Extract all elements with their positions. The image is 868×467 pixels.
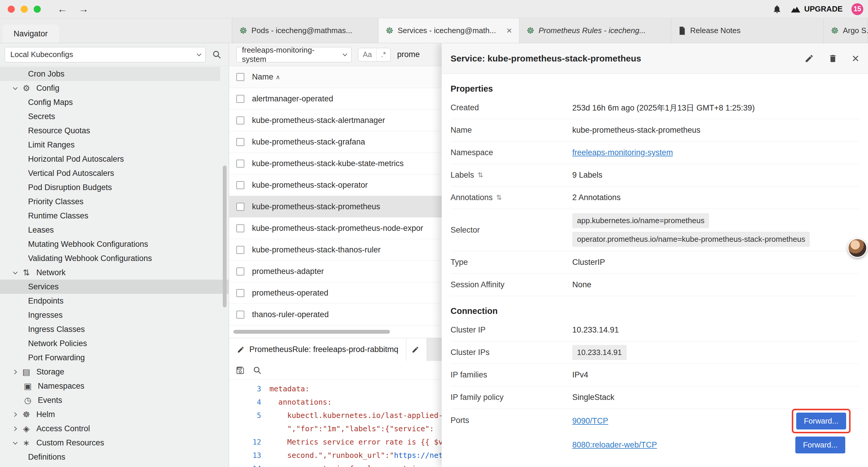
row-checkbox[interactable]	[236, 138, 244, 146]
notification-count-badge[interactable]: 15	[851, 3, 863, 15]
sidebar-item-secrets[interactable]: Secrets	[0, 109, 229, 123]
upgrade-button[interactable]: UPGRADE	[790, 4, 843, 13]
sidebar-item-validating-webhook-configurations[interactable]: Validating Webhook Configurations	[0, 251, 229, 265]
code-line: 5 kubectl.kubernetes.io/last-applied-co	[229, 409, 450, 422]
namespace-select[interactable]: freeleaps-monitoring-system	[236, 47, 351, 62]
row-checkbox[interactable]	[236, 203, 244, 211]
minimize-window-button[interactable]	[21, 6, 28, 13]
horizontal-scrollbar[interactable]	[234, 330, 390, 334]
table-row[interactable]: thanos-ruler-operated	[229, 304, 450, 325]
edit-pencil-icon[interactable]	[804, 54, 814, 63]
expand-collapse-icon[interactable]: ⇅	[496, 194, 502, 202]
editor-tab-next[interactable]	[406, 338, 427, 361]
sidebar-item-services[interactable]: Services	[0, 280, 229, 294]
sidebar-item-horizontal-pod-autoscalers[interactable]: Horizontal Pod Autoscalers	[0, 152, 229, 166]
expand-collapse-icon[interactable]: ⇅	[478, 171, 483, 179]
table-header: Name ∧	[229, 66, 450, 88]
port-link[interactable]: 9090/TCP	[572, 416, 608, 426]
select-all-checkbox[interactable]	[236, 73, 244, 81]
tab-prometheus-rules[interactable]: ☸ Prometheus Rules - icecheng...	[519, 18, 671, 43]
sidebar-item-mutating-webhook-configurations[interactable]: Mutating Webhook Configurations	[0, 237, 229, 251]
table-row[interactable]: prometheus-operated	[229, 282, 450, 304]
sidebar-item-pod-disruption-budgets[interactable]: Pod Disruption Budgets	[0, 180, 229, 195]
row-checkbox[interactable]	[236, 267, 244, 275]
sidebar-item-label: Helm	[36, 410, 55, 419]
delete-trash-icon[interactable]	[828, 54, 838, 63]
sidebar-item-network[interactable]: ⇅Network	[0, 265, 229, 280]
table-row[interactable]: kube-prometheus-stack-alertmanager	[229, 110, 450, 131]
sidebar-item-runtime-classes[interactable]: Runtime Classes	[0, 209, 229, 223]
sidebar-scrollbar[interactable]	[223, 166, 226, 308]
chevron-down-icon	[13, 269, 18, 274]
sidebar-item-config[interactable]: ⚙Config	[0, 81, 229, 95]
sidebar-item-ingress-classes[interactable]: Ingress Classes	[0, 322, 229, 337]
row-checkbox[interactable]	[236, 159, 244, 168]
namespace-link[interactable]: freeleaps-monitoring-system	[572, 148, 673, 157]
tab-services[interactable]: ☸ Services - icecheng@math... ×	[378, 18, 519, 43]
row-label: Ports	[451, 416, 572, 425]
close-tab-icon[interactable]: ×	[506, 25, 512, 36]
tab-pods[interactable]: ☸ Pods - icecheng@mathmas...	[232, 18, 378, 43]
table-row-selected[interactable]: kube-prometheus-stack-prometheus	[229, 196, 450, 217]
forward-button[interactable]: Forward...	[796, 413, 846, 430]
sidebar-item-definitions[interactable]: Definitions	[0, 450, 229, 464]
sidebar-item-label: Events	[38, 396, 62, 405]
sidebar-item-namespaces[interactable]: ▣Namespaces	[0, 379, 229, 393]
detail-row-namespace: Namespace freeleaps-monitoring-system	[451, 142, 859, 164]
row-checkbox[interactable]	[236, 181, 244, 189]
table-row[interactable]: kube-prometheus-stack-thanos-ruler	[229, 239, 450, 261]
sidebar-item-network-policies[interactable]: Network Policies	[0, 337, 229, 351]
zoom-window-button[interactable]	[34, 6, 41, 13]
close-drawer-icon[interactable]: ×	[852, 52, 859, 65]
sidebar-item-label: Custom Resources	[36, 438, 104, 447]
table-row[interactable]: kube-prometheus-stack-grafana	[229, 131, 450, 153]
sidebar-item-config-maps[interactable]: Config Maps	[0, 95, 229, 109]
sidebar-item-events[interactable]: ◷Events	[0, 393, 229, 407]
sidebar-item-storage[interactable]: ▤Storage	[0, 365, 229, 379]
annotations-count[interactable]: 2 Annotations	[572, 193, 859, 202]
tab-release-notes[interactable]: Release Notes	[671, 18, 824, 43]
editor-search-icon[interactable]	[253, 366, 262, 375]
sidebar-item-endpoints[interactable]: Endpoints	[0, 294, 229, 308]
kubeconfig-select[interactable]: Local Kubeconfigs	[5, 47, 206, 62]
tab-argo[interactable]: ☸ Argo S...	[824, 18, 868, 43]
row-checkbox[interactable]	[236, 289, 244, 297]
yaml-editor[interactable]: 3metadata: 4 annotations: 5 kubectl.kube…	[229, 380, 450, 467]
match-case-toggle[interactable]: Aa	[359, 48, 376, 61]
sidebar-item-vertical-pod-autoscalers[interactable]: Vertical Pod Autoscalers	[0, 166, 229, 180]
sidebar-item-leases[interactable]: Leases	[0, 223, 229, 237]
table-row[interactable]: alertmanager-operated	[229, 88, 450, 110]
regex-toggle[interactable]: .*	[376, 48, 391, 61]
table-row[interactable]: kube-prometheus-stack-operator	[229, 174, 450, 196]
forward-arrow-icon[interactable]: →	[79, 3, 89, 15]
sidebar-item-resource-quotas[interactable]: Resource Quotas	[0, 123, 229, 138]
row-checkbox[interactable]	[236, 224, 244, 232]
editor-tab-prometheusrule[interactable]: PrometheusRule: freeleaps-prod-rabbitmq	[229, 338, 406, 361]
save-icon[interactable]	[236, 366, 245, 375]
sidebar-item-limit-ranges[interactable]: Limit Ranges	[0, 138, 229, 152]
table-row[interactable]: prometheus-adapter	[229, 261, 450, 282]
sidebar-item-custom-resources[interactable]: ∗Custom Resources	[0, 436, 229, 450]
notifications-bell-icon[interactable]	[772, 4, 782, 14]
sidebar-search-icon[interactable]	[210, 50, 224, 59]
column-header-name[interactable]: Name ∧	[252, 72, 280, 82]
table-row[interactable]: kube-prometheus-stack-kube-state-metrics	[229, 153, 450, 174]
sidebar-item-port-forwarding[interactable]: Port Forwarding	[0, 351, 229, 365]
row-checkbox[interactable]	[236, 116, 244, 124]
port-link[interactable]: 8080:reloader-web/TCP	[572, 440, 657, 449]
forward-button[interactable]: Forward...	[795, 437, 845, 454]
table-row[interactable]: kube-prometheus-stack-prometheus-node-ex…	[229, 217, 450, 239]
close-window-button[interactable]	[8, 6, 15, 13]
back-arrow-icon[interactable]: ←	[57, 3, 67, 15]
row-checkbox[interactable]	[236, 311, 244, 319]
avatar[interactable]	[848, 238, 867, 258]
sidebar-item-helm[interactable]: ☸Helm	[0, 407, 229, 421]
sidebar-item-priority-classes[interactable]: Priority Classes	[0, 195, 229, 209]
row-checkbox[interactable]	[236, 246, 244, 254]
labels-count[interactable]: 9 Labels	[572, 171, 859, 180]
sidebar-item-cron-jobs[interactable]: Cron Jobs	[0, 67, 220, 81]
row-checkbox[interactable]	[236, 95, 244, 103]
search-input[interactable]: prome	[397, 50, 420, 59]
sidebar-item-access-control[interactable]: ◈Access Control	[0, 421, 229, 436]
sidebar-item-ingresses[interactable]: Ingresses	[0, 308, 229, 322]
